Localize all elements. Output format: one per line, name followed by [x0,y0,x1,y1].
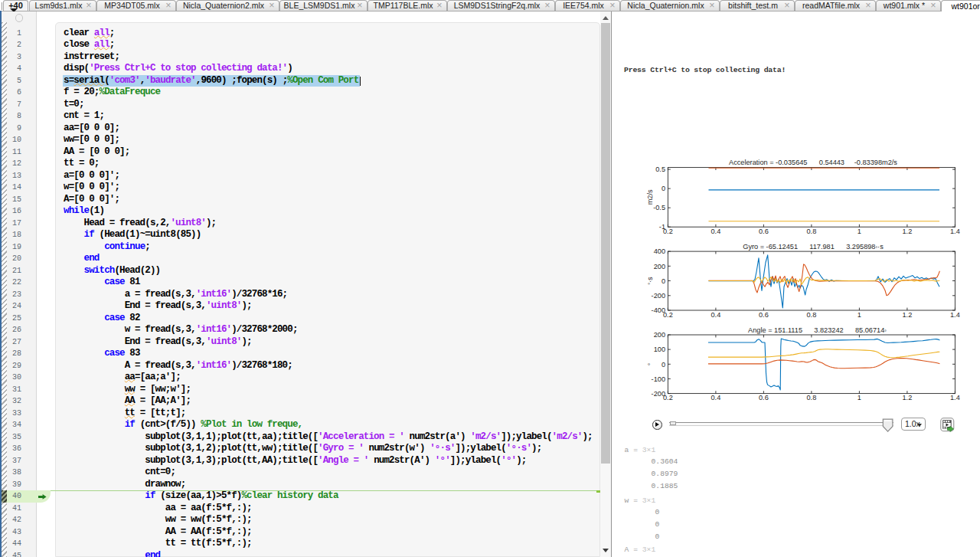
svg-text:0.4: 0.4 [711,228,721,235]
svg-text:0.8: 0.8 [807,311,817,319]
svg-text:m2/s: m2/s [646,189,654,205]
svg-text:Acceleration = -0.035645: Acceleration = -0.035645 0.54443 -0.8339… [729,159,897,166]
svg-text:0: 0 [662,277,665,285]
svg-text:1.2: 1.2 [903,311,913,319]
svg-text:Angle = 151.1115 3.823242: Angle = 151.1115 3.823242 85.06714° [748,326,887,335]
svg-text:1.4: 1.4 [950,228,960,235]
svg-text:0.6: 0.6 [759,311,769,319]
svg-text:0: 0 [662,185,665,192]
svg-text:°: ° [647,362,655,365]
svg-text:100: 100 [654,346,665,353]
svg-text:1.4: 1.4 [950,394,960,401]
svg-text:0.8: 0.8 [807,228,817,235]
svg-text:1.2: 1.2 [903,394,913,401]
svg-text:0.2: 0.2 [663,394,673,401]
svg-text:-0.5: -0.5 [653,204,665,211]
svg-text:0.5: 0.5 [655,165,665,173]
svg-text:°·s: °·s [646,277,654,285]
svg-text:-200: -200 [652,292,665,300]
svg-text:0.6: 0.6 [759,228,769,235]
svg-text:Gyro = -65.12451 117.981: Gyro = -65.12451 117.981 3.295898°·s [743,243,884,251]
svg-text:0.8: 0.8 [807,394,817,401]
svg-text:0: 0 [662,361,665,369]
svg-text:200: 200 [654,331,665,339]
svg-text:0.4: 0.4 [711,394,721,401]
svg-text:0.2: 0.2 [663,311,673,319]
svg-text:1: 1 [858,311,861,319]
svg-text:400: 400 [654,247,665,255]
svg-text:1.2: 1.2 [903,228,913,235]
svg-text:200: 200 [654,263,665,270]
svg-text:0.2: 0.2 [663,228,673,235]
svg-text:1: 1 [858,394,861,401]
svg-text:-100: -100 [652,375,665,383]
svg-text:0.4: 0.4 [711,311,721,319]
svg-text:1.4: 1.4 [950,311,960,319]
svg-text:0.6: 0.6 [759,394,769,401]
svg-text:1: 1 [858,228,861,235]
